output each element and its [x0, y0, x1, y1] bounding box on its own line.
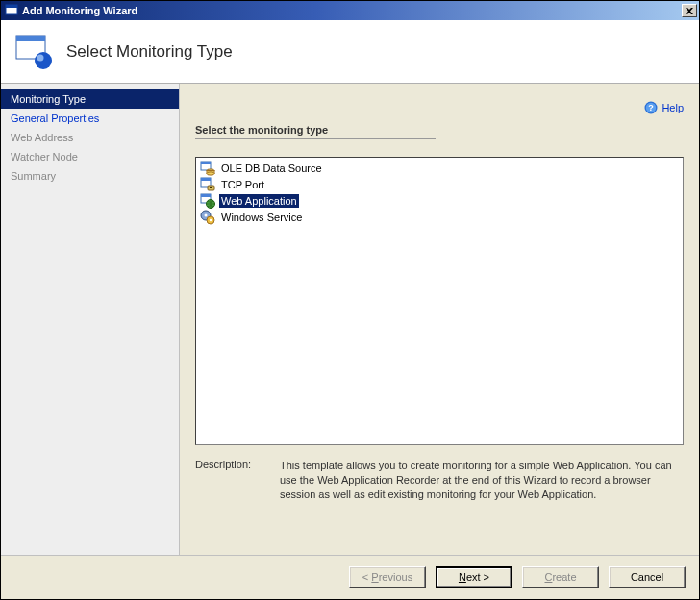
previous-button: < Previous: [349, 566, 426, 588]
wizard-footer: < Previous Next > Create Cancel: [1, 555, 699, 599]
sidebar-item-monitoring-type[interactable]: Monitoring Type: [1, 89, 179, 109]
svg-rect-15: [201, 178, 211, 181]
list-item-label: TCP Port: [219, 178, 266, 191]
svg-text:?: ?: [649, 103, 655, 112]
description-row: Description: This template allows you to…: [195, 459, 684, 502]
svg-rect-1: [6, 5, 17, 8]
cancel-button[interactable]: Cancel: [609, 566, 686, 588]
wizard-header: Select Monitoring Type: [1, 20, 699, 84]
list-item-label: OLE DB Data Source: [219, 162, 324, 175]
description-label: Description:: [195, 459, 262, 502]
wizard-body: Monitoring Type General Properties Web A…: [1, 84, 699, 555]
windows-service-icon: [200, 210, 215, 225]
svg-rect-17: [210, 187, 212, 188]
svg-point-24: [210, 218, 212, 220]
next-button[interactable]: Next >: [436, 566, 512, 588]
list-item-ole-db[interactable]: OLE DB Data Source: [198, 160, 681, 176]
list-item-tcp-port[interactable]: TCP Port: [198, 176, 681, 192]
svg-rect-19: [201, 194, 211, 197]
svg-point-22: [205, 213, 208, 216]
title-bar: Add Monitoring Wizard: [1, 1, 699, 20]
help-link[interactable]: ? Help: [644, 101, 684, 114]
help-row: ? Help: [195, 99, 684, 116]
wizard-sidebar: Monitoring Type General Properties Web A…: [1, 84, 180, 555]
svg-point-13: [207, 171, 214, 174]
svg-point-4: [35, 52, 52, 69]
description-text: This template allows you to create monit…: [280, 459, 684, 502]
create-button: Create: [522, 566, 599, 588]
wizard-header-title: Select Monitoring Type: [66, 42, 233, 62]
svg-rect-10: [201, 162, 211, 164]
sidebar-item-web-address: Web Address: [1, 128, 179, 147]
database-icon: [200, 161, 215, 176]
help-label: Help: [662, 102, 684, 113]
sidebar-item-watcher-node: Watcher Node: [1, 147, 179, 166]
sidebar-item-general-properties[interactable]: General Properties: [1, 109, 179, 128]
list-item-label: Windows Service: [219, 211, 304, 224]
svg-rect-3: [16, 36, 45, 41]
section-heading: Select the monitoring type: [195, 124, 436, 139]
list-item-web-application[interactable]: Web Application: [198, 192, 681, 209]
wizard-content: ? Help Select the monitoring type: [180, 84, 699, 555]
svg-point-5: [38, 54, 44, 61]
network-port-icon: [200, 177, 215, 192]
window-title: Add Monitoring Wizard: [22, 5, 682, 16]
monitoring-type-listbox[interactable]: OLE DB Data Source TCP Port: [195, 157, 684, 445]
list-item-label: Web Application: [219, 194, 299, 208]
close-button[interactable]: [682, 4, 697, 17]
wizard-window: Add Monitoring Wizard Select Monitoring …: [0, 0, 700, 600]
window-sys-icon: [5, 4, 18, 17]
sidebar-item-summary: Summary: [1, 166, 179, 186]
wizard-header-icon: [14, 32, 55, 72]
list-item-windows-service[interactable]: Windows Service: [198, 209, 681, 225]
help-icon: ?: [644, 101, 658, 114]
web-app-icon: [200, 193, 215, 209]
